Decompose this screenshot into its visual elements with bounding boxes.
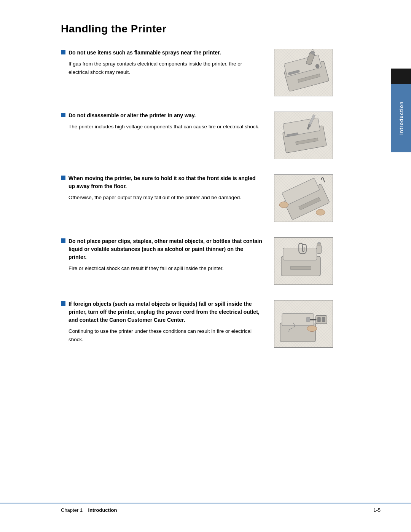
footer-chapter-title: Introduction [88, 507, 117, 513]
warning-text-1: Do not use items such as flammable spray… [61, 49, 263, 76]
footer-chapter-word: Chapter [61, 507, 78, 513]
svg-point-58 [307, 326, 317, 332]
warning-bold-5: If foreign objects (such as metal object… [61, 300, 263, 324]
warning-normal-2: The printer includes high voltage compon… [68, 123, 263, 131]
warning-bold-2: Do not disassemble or alter the printer … [61, 112, 263, 120]
page: Introduction Handling the Printer Do not… [0, 0, 411, 532]
printer-image-4 [274, 237, 333, 285]
warning-bold-3: When moving the printer, be sure to hold… [61, 174, 263, 190]
printer-image-2 [274, 112, 333, 159]
bullet-icon-3 [61, 176, 65, 180]
svg-rect-42 [283, 248, 317, 260]
footer-page-number: 1-5 [373, 507, 381, 513]
warning-section-3: When moving the printer, be sure to hold… [61, 174, 381, 222]
footer-chapter-number: 1 [80, 507, 83, 513]
warning-text-3: When moving the printer, be sure to hold… [61, 174, 263, 202]
svg-rect-57 [306, 317, 310, 322]
warning-text-4: Do not place paper clips, staples, other… [61, 237, 263, 273]
svg-rect-43 [291, 267, 311, 270]
warning-section-1: Do not use items such as flammable spray… [61, 49, 381, 96]
side-tab-text: Introduction [398, 101, 404, 135]
warning-bold-4: Do not place paper clips, staples, other… [61, 237, 263, 261]
bullet-icon-4 [61, 238, 65, 243]
warning-normal-3: Otherwise, the paper output tray may fal… [68, 193, 263, 202]
side-tab-black-bar [391, 69, 411, 84]
warning-section-5: If foreign objects (such as metal object… [61, 300, 381, 348]
page-title: Handling the Printer [61, 23, 381, 35]
footer-left: Chapter 1 Introduction [61, 507, 117, 513]
printer-image-1 [274, 49, 333, 96]
warning-section-2: Do not disassemble or alter the printer … [61, 112, 381, 159]
svg-rect-46 [318, 242, 320, 244]
warning-normal-1: If gas from the spray contacts electrica… [68, 60, 263, 76]
printer-image-3 [274, 174, 333, 222]
warning-text-2: Do not disassemble or alter the printer … [61, 112, 263, 131]
warning-normal-4: Fire or electrical shock can result if t… [68, 264, 263, 273]
warning-bold-1: Do not use items such as flammable spray… [61, 49, 263, 57]
warning-section-4: Do not place paper clips, staples, other… [61, 237, 381, 285]
svg-rect-56 [322, 317, 325, 322]
warning-normal-5: Continuing to use the printer under thes… [68, 327, 263, 343]
warning-text-5: If foreign objects (such as metal object… [61, 300, 263, 343]
bullet-icon-1 [61, 50, 65, 54]
footer: Chapter 1 Introduction 1-5 [0, 503, 411, 513]
svg-point-35 [316, 209, 325, 216]
svg-point-34 [279, 202, 288, 208]
printer-image-5 [274, 300, 333, 348]
svg-rect-55 [317, 317, 320, 322]
svg-rect-54 [315, 315, 327, 324]
bullet-icon-2 [61, 113, 65, 117]
side-tab: Introduction [391, 69, 411, 152]
svg-rect-44 [317, 245, 321, 254]
side-tab-blue-label: Introduction [391, 84, 411, 152]
bullet-icon-5 [61, 301, 65, 306]
